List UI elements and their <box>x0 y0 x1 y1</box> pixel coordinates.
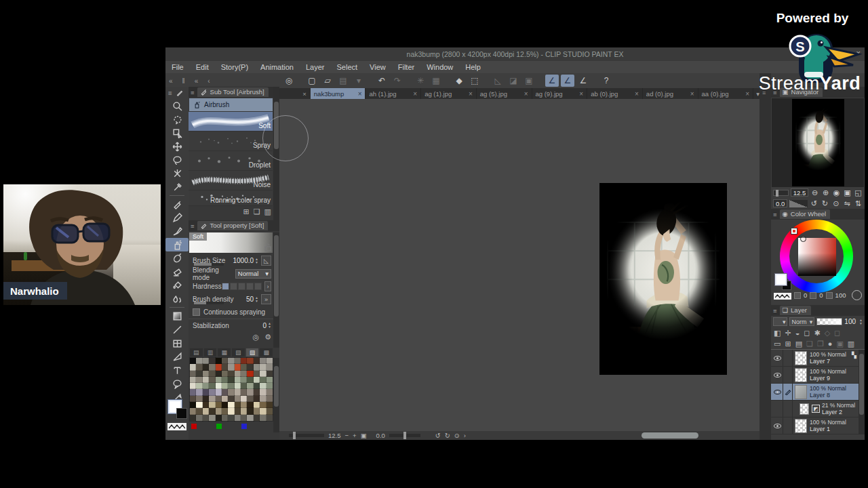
rotation-slider[interactable] <box>389 434 420 437</box>
layer-mask-icon[interactable]: ● <box>828 340 833 348</box>
open-file-icon[interactable]: ▱ <box>321 75 334 87</box>
color-swatch[interactable] <box>247 364 253 370</box>
menu-layer[interactable]: Layer <box>300 63 331 71</box>
color-swatch[interactable] <box>235 415 241 421</box>
sv-marker[interactable] <box>800 236 806 242</box>
panel-menu-icon[interactable]: ≡ <box>773 211 777 218</box>
color-swatch[interactable] <box>228 402 234 408</box>
color-mode-toggle-icon[interactable] <box>852 290 862 300</box>
color-swatch[interactable] <box>190 377 196 383</box>
menu-animation[interactable]: Animation <box>254 63 300 71</box>
color-swatch[interactable] <box>241 402 247 408</box>
deselect-icon[interactable]: ✳ <box>414 75 427 87</box>
color-swatch[interactable] <box>235 402 241 408</box>
color-swatch[interactable] <box>267 377 273 383</box>
layer-opacity-spinner[interactable]: ▲▼ <box>859 319 863 325</box>
panel-menu-icon[interactable]: ≡ <box>773 307 777 314</box>
layer-panel-tab[interactable]: ❏ Layer <box>780 306 811 315</box>
color-swatch[interactable] <box>228 396 234 402</box>
pencil-tool[interactable] <box>165 211 189 224</box>
menu-file[interactable]: File <box>165 63 190 71</box>
color-swatch[interactable] <box>241 364 247 370</box>
green-swatch[interactable] <box>216 424 222 429</box>
color-swatch[interactable] <box>216 358 222 364</box>
nav-zoom-out-icon[interactable]: ⊖ <box>810 188 819 197</box>
layer-thumbnail[interactable] <box>800 403 809 415</box>
brush-tool[interactable] <box>165 224 189 238</box>
color-swatch[interactable] <box>203 371 209 377</box>
nav-rotate-right-icon[interactable]: ↻ <box>821 199 829 208</box>
layer-thumbnail[interactable] <box>795 368 807 382</box>
eraser-tool[interactable] <box>165 265 189 279</box>
color-swatch[interactable] <box>267 389 273 395</box>
subtool-item-noise[interactable]: Noise <box>189 171 273 190</box>
color-swatch[interactable] <box>196 415 202 421</box>
swatch-set-tab[interactable]: ▤ <box>190 348 203 357</box>
tab-ad0[interactable]: ad (0).jpg × <box>643 88 698 99</box>
clip-to-layer-icon[interactable]: ◧ <box>774 329 781 338</box>
background-color-chip[interactable] <box>176 408 187 419</box>
color-swatch[interactable] <box>228 408 234 414</box>
color-swatch[interactable] <box>196 358 202 364</box>
detail-settings-icon[interactable]: ⚙ <box>264 333 271 342</box>
continuous-spraying-checkbox[interactable] <box>193 308 200 316</box>
color-swatch[interactable] <box>247 396 253 402</box>
color-swatch[interactable] <box>247 408 253 414</box>
color-swatch[interactable] <box>222 358 228 364</box>
redo-icon[interactable]: ↷ <box>391 75 404 87</box>
add-subtool-icon[interactable]: ⊞ <box>243 207 250 216</box>
text-tool[interactable] <box>165 363 189 377</box>
color-swatch[interactable] <box>267 358 273 364</box>
color-swatch[interactable] <box>216 364 222 370</box>
color-swatch[interactable] <box>254 415 260 421</box>
color-swatch[interactable] <box>222 383 228 389</box>
color-swatch[interactable] <box>222 396 228 402</box>
color-swatch[interactable] <box>235 389 241 395</box>
close-tab-icon[interactable]: × <box>358 90 362 98</box>
color-swatch[interactable] <box>241 383 247 389</box>
color-swatch[interactable] <box>241 377 247 383</box>
brush-density-expand-button[interactable]: » <box>261 294 271 304</box>
color-swatch[interactable] <box>203 415 209 421</box>
crop-frame-icon[interactable]: ⬚ <box>468 75 481 87</box>
rotate-canvas-tool[interactable] <box>165 113 189 126</box>
register-settings-icon[interactable]: ◎ <box>253 333 260 342</box>
brush-size-options-button[interactable]: ◺ <box>261 256 271 266</box>
layer-thumbnail[interactable] <box>795 351 807 365</box>
transform-icon[interactable]: ◺ <box>491 75 505 87</box>
nav-zoom-value[interactable]: 12.5 <box>791 188 809 197</box>
fill-icon[interactable]: ◆ <box>452 75 466 87</box>
color-swatch[interactable] <box>267 396 273 402</box>
color-swatch[interactable] <box>203 408 209 414</box>
color-swatch[interactable] <box>247 415 253 421</box>
menu-story[interactable]: Story(P) <box>215 63 254 71</box>
color-swatch[interactable] <box>196 383 202 389</box>
swatch-set-tab[interactable]: ▥ <box>204 348 217 357</box>
color-swatch[interactable] <box>196 389 202 395</box>
snap-ruler-icon[interactable]: ∠ <box>545 75 559 87</box>
color-swatch[interactable] <box>254 396 260 402</box>
tool-property-tab[interactable]: Tool property [Soft] <box>197 221 269 230</box>
color-swatch[interactable] <box>235 358 241 364</box>
color-swatch[interactable] <box>216 415 222 421</box>
layer-opacity-value[interactable]: 100 <box>844 318 856 325</box>
merge-down-icon[interactable]: ❏ <box>806 340 813 348</box>
color-swatch[interactable] <box>247 377 253 383</box>
close-tab-icon[interactable]: × <box>302 90 307 98</box>
snap-special-icon[interactable]: ∠ <box>561 75 574 87</box>
color-swatch[interactable] <box>260 358 266 364</box>
draft-layer-icon[interactable]: ◒ <box>795 329 800 337</box>
nav-flip-h-icon[interactable]: ⇋ <box>842 199 851 208</box>
brush-density-value[interactable]: 50 <box>246 296 254 303</box>
close-tab-icon[interactable]: × <box>524 90 528 98</box>
color-swatch[interactable] <box>222 364 228 370</box>
subtool-item-droplet[interactable]: Droplet <box>189 151 273 171</box>
red-swatch[interactable] <box>191 424 197 429</box>
pen-tool[interactable] <box>165 197 189 211</box>
color-swatch[interactable] <box>267 364 273 370</box>
tab-ag1[interactable]: ag (1).jpg × <box>421 88 477 99</box>
close-tab-icon[interactable]: × <box>635 90 639 98</box>
zoom-out-icon[interactable]: − <box>345 432 349 439</box>
balloon-tool[interactable] <box>165 377 189 390</box>
color-swatch[interactable] <box>260 408 266 414</box>
